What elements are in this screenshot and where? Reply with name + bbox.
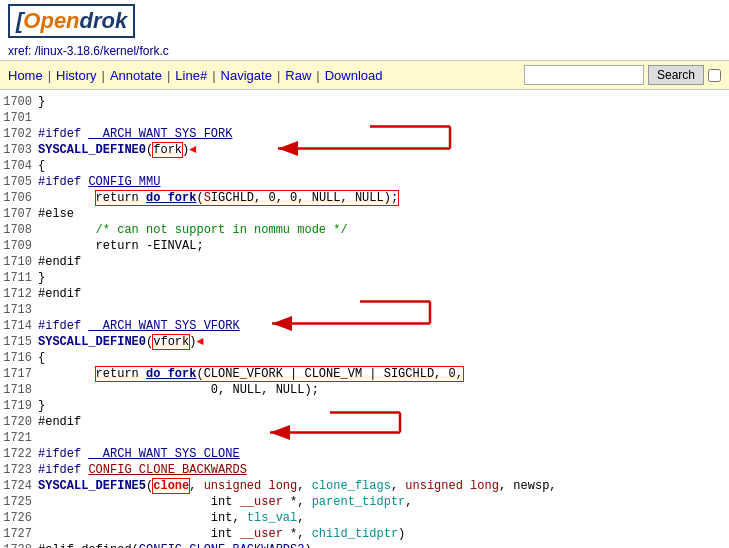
- nav-home[interactable]: Home: [8, 68, 43, 83]
- table-row: 1714 #ifdef __ARCH_WANT_SYS_VFORK: [0, 318, 729, 334]
- nav-history[interactable]: History: [56, 68, 96, 83]
- table-row: 1705 #ifdef CONFIG_MMU: [0, 174, 729, 190]
- table-row: 1718 0, NULL, NULL);: [0, 382, 729, 398]
- search-button[interactable]: Search: [648, 65, 704, 85]
- table-row: 1723 #ifdef CONFIG_CLONE_BACKWARDS: [0, 462, 729, 478]
- table-row: 1728 #elif defined(CONFIG_CLONE_BACKWARD…: [0, 542, 729, 548]
- table-row: 1713: [0, 302, 729, 318]
- table-row: 1701: [0, 110, 729, 126]
- table-row: 1721: [0, 430, 729, 446]
- table-row: 1712 #endif: [0, 286, 729, 302]
- table-row: 1722 #ifdef __ARCH_WANT_SYS_CLONE: [0, 446, 729, 462]
- table-row: 1710 #endif: [0, 254, 729, 270]
- table-row: 1724 SYSCALL_DEFINE5(clone, unsigned lon…: [0, 478, 729, 494]
- table-row: 1711 }: [0, 270, 729, 286]
- logo: [Opendrok: [8, 4, 135, 38]
- nav-download[interactable]: Download: [325, 68, 383, 83]
- table-row: 1707 #else: [0, 206, 729, 222]
- xref-line: xref: /linux-3.18.6/kernel/fork.c: [0, 42, 729, 60]
- table-row: 1704 {: [0, 158, 729, 174]
- table-row: 1708 /* can not support in nommu mode */: [0, 222, 729, 238]
- table-row: 1700 }: [0, 94, 729, 110]
- table-row: 1715 SYSCALL_DEFINE0(vfork)◄: [0, 334, 729, 350]
- nav-lineno[interactable]: Line#: [175, 68, 207, 83]
- table-row: 1703 SYSCALL_DEFINE0(fork)◄: [0, 142, 729, 158]
- table-row: 1709 return -EINVAL;: [0, 238, 729, 254]
- search-input[interactable]: [524, 65, 644, 85]
- header: [Opendrok: [0, 0, 729, 42]
- table-row: 1720 #endif: [0, 414, 729, 430]
- table-row: 1717 return do_fork(CLONE_VFORK | CLONE_…: [0, 366, 729, 382]
- nav-navigate[interactable]: Navigate: [221, 68, 272, 83]
- nav-raw[interactable]: Raw: [285, 68, 311, 83]
- xref-text: xref: /linux-3.18.6/kernel/fork.c: [8, 44, 169, 58]
- nav-annotate[interactable]: Annotate: [110, 68, 162, 83]
- table-row: 1702 #ifdef __ARCH_WANT_SYS_FORK: [0, 126, 729, 142]
- table-row: 1719 }: [0, 398, 729, 414]
- table-row: 1725 int __user *, parent_tidptr,: [0, 494, 729, 510]
- search-checkbox[interactable]: [708, 69, 721, 82]
- table-row: 1727 int __user *, child_tidptr): [0, 526, 729, 542]
- table-row: 1716 {: [0, 350, 729, 366]
- nav-bar: Home | History | Annotate | Line# | Navi…: [0, 60, 729, 90]
- code-area: 1700 } 1701 1702 #ifdef __ARCH_WANT_SYS_…: [0, 90, 729, 548]
- table-row: 1726 int, tls_val,: [0, 510, 729, 526]
- table-row: 1706 return do_fork(SIGCHLD, 0, 0, NULL,…: [0, 190, 729, 206]
